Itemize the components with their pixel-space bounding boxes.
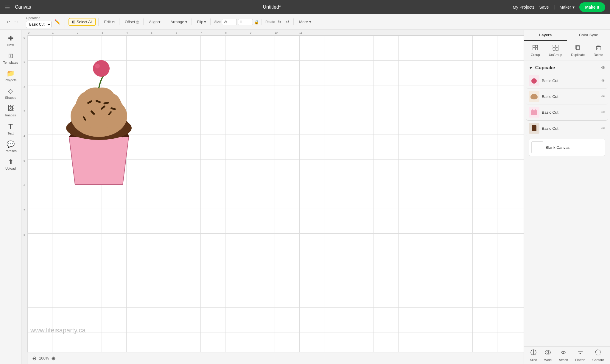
sidebar-item-images[interactable]: 🖼 Images — [1, 102, 20, 119]
new-icon: ✚ — [8, 35, 13, 42]
images-icon: 🖼 — [7, 105, 14, 113]
undo-button[interactable]: ↩ — [5, 18, 12, 25]
tab-color-sync[interactable]: Color Sync — [567, 30, 610, 41]
svg-point-10 — [93, 60, 110, 77]
operation-label: Operation — [26, 16, 52, 20]
duplicate-button[interactable]: Duplicate — [569, 43, 587, 58]
pen-icon: ✏️ — [55, 19, 60, 25]
layer-item[interactable]: Basic Cut 👁 — [526, 104, 608, 121]
layer-eye-icon[interactable]: 👁 — [601, 94, 605, 99]
edit-button[interactable]: Edit ✂ — [102, 18, 116, 25]
layers-chevron-icon[interactable]: ▼ — [529, 65, 533, 70]
rotate-ccw-button[interactable]: ↺ — [284, 18, 291, 25]
group-button[interactable]: Group — [528, 43, 542, 58]
save-button[interactable]: Save — [539, 5, 549, 10]
panel-tabs: Layers Color Sync — [524, 30, 610, 41]
redo-button[interactable]: ↪ — [13, 18, 20, 25]
align-label: Align — [149, 20, 158, 24]
flatten-icon — [577, 349, 583, 357]
zoom-out-button[interactable]: ⊖ — [32, 355, 37, 362]
divider: | — [553, 4, 555, 10]
duplicate-icon — [575, 45, 581, 52]
size-group: Size 🔒 — [212, 19, 262, 25]
sidebar-item-label-templates: Templates — [3, 61, 18, 64]
sidebar-item-projects[interactable]: 📁 Projects — [1, 67, 20, 84]
left-sidebar: ✚ New ⊞ Templates 📁 Projects ◇ Shapes 🖼 … — [0, 30, 21, 364]
blank-canvas-thumbnail — [531, 141, 543, 153]
layers-section: ▼ Cupcake 👁 Basic Cut 👁 Basic Cut 👁 — [524, 60, 610, 346]
flip-icon: ▾ — [204, 20, 206, 24]
rotate-cw-button[interactable]: ↻ — [276, 18, 283, 25]
canvas-area[interactable]: 0 1 2 3 4 5 6 7 8 9 10 11 0 1 2 3 4 5 6 … — [21, 30, 524, 364]
sidebar-item-templates[interactable]: ⊞ Templates — [1, 50, 20, 67]
svg-marker-29 — [531, 109, 537, 115]
layer-thumbnail — [529, 107, 539, 118]
upload-icon: ⬆ — [8, 158, 13, 166]
zoom-bar: ⊖ 100% ⊕ — [27, 352, 524, 364]
flip-button[interactable]: Flip ▾ — [195, 18, 208, 25]
lock-icon[interactable]: 🔒 — [254, 20, 259, 24]
ungroup-label: UnGroup — [549, 53, 562, 57]
svg-rect-17 — [556, 45, 558, 47]
sidebar-item-label-new: New — [7, 43, 14, 47]
tab-layers-label: Layers — [539, 33, 552, 37]
panel-toolbar: Group UnGroup Duplicate Delete — [524, 41, 610, 60]
weld-button[interactable]: Weld — [544, 349, 552, 362]
svg-rect-16 — [553, 45, 555, 47]
layer-eye-icon[interactable]: 👁 — [601, 78, 605, 83]
size-label: Size — [214, 20, 220, 24]
blank-canvas-label: Blank Canvas — [546, 145, 569, 150]
phrases-icon: 💬 — [7, 140, 15, 148]
maker-selector[interactable]: Maker ▾ — [560, 5, 575, 10]
menu-icon[interactable]: ☰ — [5, 4, 10, 11]
text-icon: T — [8, 122, 13, 131]
layer-item[interactable]: Basic Cut 👁 — [526, 89, 608, 104]
attach-label: Attach — [559, 358, 568, 362]
align-button[interactable]: Align ▾ — [147, 18, 162, 25]
sidebar-item-text[interactable]: T Text — [1, 120, 20, 138]
cupcake-illustration[interactable] — [51, 45, 147, 188]
ungroup-button[interactable]: UnGroup — [547, 43, 565, 58]
flatten-button[interactable]: Flatten — [575, 349, 585, 362]
blank-canvas-item[interactable]: Blank Canvas — [529, 139, 605, 156]
sidebar-item-label-shapes: Shapes — [5, 96, 16, 99]
attach-button[interactable]: Attach — [559, 349, 568, 362]
operation-select[interactable]: Basic Cut — [26, 21, 52, 28]
maker-chevron-icon: ▾ — [572, 5, 575, 10]
size-h-input[interactable] — [238, 19, 253, 25]
ruler-corner — [21, 30, 27, 36]
layers-group-title: Cupcake — [535, 65, 555, 71]
sidebar-item-upload[interactable]: ⬆ Upload — [1, 156, 20, 173]
sidebar-item-shapes[interactable]: ◇ Shapes — [1, 85, 20, 102]
layer-item[interactable]: Basic Cut 👁 — [526, 73, 608, 89]
layer-item[interactable]: Basic Cut 👁 — [526, 121, 608, 136]
more-button[interactable]: More ▾ — [297, 18, 313, 25]
offset-button[interactable]: Offset ◎ — [123, 18, 141, 25]
svg-rect-12 — [533, 45, 535, 47]
edit-pen-button[interactable]: ✏️ — [53, 18, 62, 26]
tab-layers[interactable]: Layers — [524, 30, 567, 41]
rotate-label: Rotate — [265, 20, 275, 24]
contour-icon — [595, 349, 601, 357]
layers-eye-icon[interactable]: 👁 — [601, 65, 605, 70]
layer-eye-icon[interactable]: 👁 — [601, 110, 605, 115]
make-it-button[interactable]: Make It — [579, 2, 605, 12]
edit-icon: ✂ — [112, 20, 115, 24]
sidebar-item-phrases[interactable]: 💬 Phrases — [1, 138, 20, 155]
toolbar: ↩ ↪ Operation Basic Cut ✏️ ⊞ Select All … — [0, 14, 610, 30]
my-projects-button[interactable]: My Projects — [513, 5, 534, 10]
select-all-button[interactable]: ⊞ Select All — [69, 18, 96, 26]
slice-button[interactable]: Slice — [530, 349, 537, 362]
sidebar-item-new[interactable]: ✚ New — [1, 32, 20, 49]
arrange-button[interactable]: Arrange ▾ — [169, 18, 189, 25]
layer-eye-icon[interactable]: 👁 — [601, 126, 605, 131]
layer-thumbnail — [529, 91, 539, 102]
document-title[interactable]: Untitled* — [36, 4, 508, 10]
canvas-grid-area[interactable]: www.lifeisaparty.ca — [27, 36, 524, 352]
svg-rect-15 — [536, 48, 538, 50]
size-w-input[interactable] — [222, 19, 237, 25]
contour-button[interactable]: Contour — [592, 349, 604, 362]
flip-label: Flip — [197, 20, 203, 24]
delete-button[interactable]: Delete — [591, 43, 606, 58]
zoom-in-button[interactable]: ⊕ — [51, 355, 56, 362]
